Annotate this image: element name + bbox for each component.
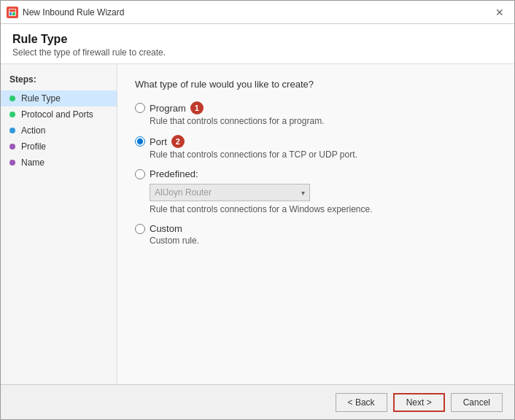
sidebar-item-rule-type[interactable]: Rule Type [1,90,117,106]
program-desc: Rule that controls connections for a pro… [150,116,497,126]
sidebar-item-label: Rule Type [21,93,61,104]
body-area: Steps: Rule Type Protocol and Ports Acti… [1,64,514,384]
port-radio[interactable] [135,136,145,147]
footer: < Back Next > Cancel [1,384,514,419]
port-label-row: Port 2 [135,135,497,148]
svg-rect-1 [9,9,15,12]
wizard-window: New Inbound Rule Wizard ✕ Rule Type Sele… [0,0,515,420]
predefined-desc: Rule that controls connections for a Win… [150,204,497,214]
radio-item-program: Program 1 Rule that controls connections… [135,101,497,126]
sidebar: Steps: Rule Type Protocol and Ports Acti… [1,64,117,384]
custom-label-row: Custom [135,223,497,234]
predefined-select[interactable]: AllJoyn Router ▾ [150,184,310,201]
page-subtitle: Select the type of firewall rule to crea… [12,47,503,58]
sidebar-item-label: Action [21,125,45,136]
port-label: Port [150,136,167,147]
page-title: Rule Type [12,33,503,46]
close-button[interactable]: ✕ [491,4,508,21]
predefined-select-value: AllJoyn Router [155,187,212,198]
predefined-label: Predefined: [150,168,198,179]
sidebar-item-name[interactable]: Name [1,155,117,171]
sidebar-header: Steps: [1,71,117,90]
cancel-button[interactable]: Cancel [451,393,503,412]
radio-item-predefined: Predefined: AllJoyn Router ▾ Rule that c… [135,168,497,214]
chevron-down-icon: ▾ [301,189,305,197]
program-radio[interactable] [135,103,145,113]
main-container: Rule Type Select the type of firewall ru… [1,24,514,419]
port-desc: Rule that controls connections for a TCP… [150,149,497,160]
port-badge: 2 [171,135,185,148]
sidebar-item-protocol-ports[interactable]: Protocol and Ports [1,106,117,122]
predefined-radio[interactable] [135,169,145,179]
sidebar-item-profile[interactable]: Profile [1,139,117,155]
radio-group: Program 1 Rule that controls connections… [135,101,497,246]
page-header: Rule Type Select the type of firewall ru… [1,24,514,64]
sidebar-item-action[interactable]: Action [1,122,117,139]
program-label: Program [150,103,186,114]
custom-radio[interactable] [135,224,145,234]
window-icon [7,7,18,18]
title-bar: New Inbound Rule Wizard ✕ [1,1,514,24]
program-badge: 1 [190,101,204,114]
dot-icon [9,112,15,117]
radio-item-port: Port 2 Rule that controls connections fo… [135,135,497,160]
predefined-label-row: Predefined: [135,168,497,179]
question-text: What type of rule would you like to crea… [135,79,497,90]
program-label-row: Program 1 [135,101,497,114]
custom-label: Custom [150,223,182,234]
window-title: New Inbound Rule Wizard [23,7,491,18]
svg-rect-3 [12,12,15,15]
sidebar-item-label: Profile [21,141,46,152]
dot-icon [9,160,15,166]
radio-item-custom: Custom Custom rule. [135,223,497,246]
main-panel: What type of rule would you like to crea… [117,64,514,384]
back-button[interactable]: < Back [336,393,387,412]
sidebar-item-label: Name [21,158,44,168]
svg-rect-2 [9,12,12,15]
custom-desc: Custom rule. [150,236,497,246]
dot-icon [9,96,15,101]
dot-icon [9,144,15,149]
dot-icon [9,128,15,133]
sidebar-item-label: Protocol and Ports [21,109,93,120]
next-button[interactable]: Next > [393,393,445,412]
